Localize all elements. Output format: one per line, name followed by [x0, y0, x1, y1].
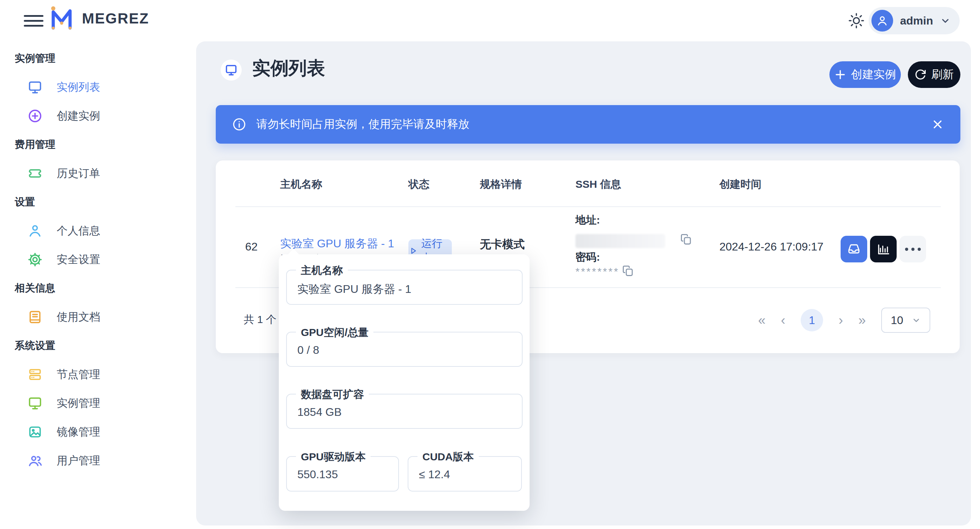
sidebar-item-node-mgmt[interactable]: 节点管理: [0, 360, 196, 389]
prev-page-button[interactable]: ‹: [781, 314, 786, 327]
ssh-address-redacted: [576, 234, 665, 248]
monitor-icon: [224, 64, 238, 77]
ticket-icon: [27, 166, 43, 181]
monitor-icon: [27, 395, 43, 411]
total-count: 共 1 个: [244, 312, 276, 327]
bar-chart-icon: [876, 242, 890, 256]
spec-mode: 无卡模式: [480, 237, 525, 252]
banner-text: 请勿长时间占用实例，使用完毕请及时释放: [256, 117, 469, 132]
sidebar-item-user-mgmt[interactable]: 用户管理: [0, 446, 196, 475]
info-icon: [232, 117, 247, 132]
brand-logo: MEGREZ: [48, 6, 149, 32]
field-gpu-driver-version: GPU驱动版本 550.135: [286, 456, 399, 492]
chevron-down-icon: [940, 16, 951, 26]
last-page-button[interactable]: »: [859, 314, 866, 327]
sidebar-item-order-history[interactable]: 历史订单: [0, 159, 196, 188]
menu-toggle-button[interactable]: [24, 13, 43, 29]
col-status: 状态: [408, 177, 430, 192]
sidebar-item-create-instance[interactable]: 创建实例: [0, 102, 196, 130]
monitor-stats-button[interactable]: [870, 236, 897, 262]
theme-toggle-button[interactable]: [848, 13, 864, 29]
sidebar-item-docs[interactable]: 使用文档: [0, 303, 196, 331]
col-created-at: 创建时间: [719, 177, 762, 192]
first-page-button[interactable]: «: [758, 314, 765, 327]
page-title: 实例列表: [252, 56, 325, 81]
sidebar-item-profile[interactable]: 个人信息: [0, 217, 196, 245]
ellipsis-icon: [905, 248, 921, 251]
chevron-down-icon: [912, 315, 921, 325]
sidebar-item-instance-list[interactable]: 实例列表: [0, 73, 196, 102]
users-icon: [27, 453, 43, 468]
inbox-action-button[interactable]: [841, 236, 867, 262]
table-header: 主机名称 状态 规格详情 SSH 信息 创建时间: [216, 161, 960, 206]
top-header: MEGREZ admin: [0, 0, 980, 41]
sun-icon: [848, 13, 864, 29]
field-cuda-version: CUDA版本 ≤ 12.4: [408, 456, 522, 492]
user-name: admin: [900, 14, 933, 27]
brand-name: MEGREZ: [82, 10, 149, 27]
col-ssh: SSH 信息: [576, 177, 621, 192]
sidebar-section-instance-mgmt: 实例管理: [0, 44, 196, 73]
refresh-icon: [915, 69, 926, 81]
create-instance-button[interactable]: 创建实例: [829, 61, 901, 88]
col-spec: 规格详情: [480, 177, 522, 192]
document-icon: [27, 309, 43, 325]
sidebar-item-security[interactable]: 安全设置: [0, 245, 196, 274]
image-icon: [27, 424, 43, 440]
copy-icon[interactable]: [680, 233, 692, 245]
inbox-icon: [847, 242, 861, 256]
divider: [235, 206, 941, 207]
server-icon: [27, 367, 43, 382]
plus-circle-icon: [27, 108, 43, 124]
logo-m-icon: [48, 6, 74, 32]
monitor-icon: [27, 80, 43, 95]
ssh-password-masked: ********: [576, 266, 619, 277]
refresh-button[interactable]: 刷新: [908, 61, 960, 88]
next-page-button[interactable]: ›: [838, 314, 843, 327]
page-title-icon-wrap: [221, 59, 242, 81]
notice-banner: 请勿长时间占用实例，使用完毕请及时释放: [216, 105, 960, 143]
sidebar-section-billing: 费用管理: [0, 130, 196, 159]
host-name-link[interactable]: 实验室 GPU 服务器 - 1: [280, 236, 394, 252]
created-at: 2024-12-26 17:09:17: [719, 240, 823, 253]
plus-icon: [834, 69, 846, 81]
current-page-button[interactable]: 1: [801, 309, 823, 331]
sidebar-section-system: 系统设置: [0, 331, 196, 360]
sidebar-item-instance-mgmt[interactable]: 实例管理: [0, 389, 196, 417]
page-size-select[interactable]: 10: [881, 308, 930, 333]
copy-icon[interactable]: [622, 265, 634, 277]
sidebar-section-related-info: 相关信息: [0, 274, 196, 303]
field-gpu-free-total: GPU空闲/总量 0 / 8: [286, 332, 523, 367]
sidebar: 实例管理 实例列表 创建实例 费用管理 历史订单 设置: [0, 41, 196, 529]
user-menu[interactable]: admin: [869, 7, 960, 34]
ssh-password-label: 密码:: [576, 250, 600, 264]
gear-icon: [27, 252, 43, 267]
col-host-name: 主机名称: [280, 177, 322, 192]
sidebar-item-image-mgmt[interactable]: 镜像管理: [0, 417, 196, 446]
pagination: « ‹ 1 › » 10: [758, 287, 930, 353]
instance-id: 62: [245, 240, 258, 253]
user-avatar: [872, 10, 893, 32]
field-data-disk-expandable: 数据盘可扩容 1854 GB: [286, 394, 523, 429]
person-icon: [27, 223, 43, 239]
close-icon[interactable]: [931, 118, 944, 131]
field-host-name: 主机名称 实验室 GPU 服务器 - 1: [286, 270, 523, 305]
sidebar-section-settings: 设置: [0, 188, 196, 217]
more-actions-button[interactable]: [899, 236, 926, 262]
host-details-popover: 主机名称 实验室 GPU 服务器 - 1 GPU空闲/总量 0 / 8 数据盘可…: [279, 254, 530, 511]
ssh-address-label: 地址:: [576, 213, 600, 227]
